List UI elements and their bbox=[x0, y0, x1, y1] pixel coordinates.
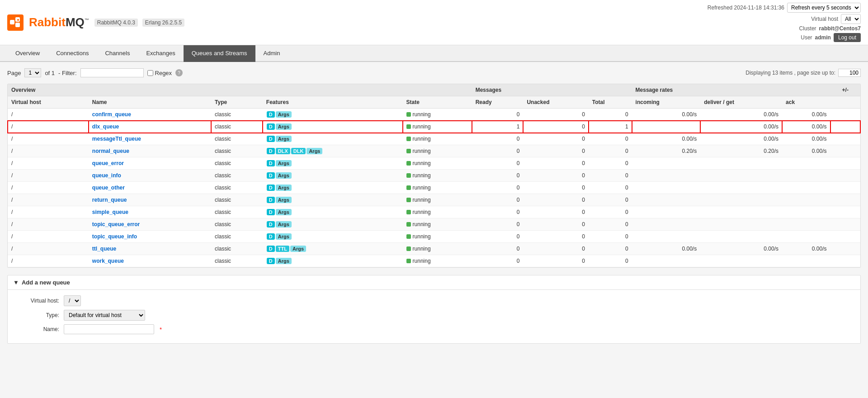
feature-badge-dlk: DLK bbox=[291, 148, 306, 154]
queues-table-container: Overview Messages Message rates +/- Virt… bbox=[7, 84, 861, 268]
cell-deliver-get bbox=[700, 182, 782, 194]
name-form-label: Name: bbox=[14, 326, 59, 332]
table-row[interactable]: /topic_queue_infoclassicDArgsrunning000 bbox=[8, 231, 860, 243]
cell-incoming: 0.00/s bbox=[632, 243, 701, 255]
cell-total: 0 bbox=[589, 145, 632, 157]
cell-name[interactable]: return_queue bbox=[89, 194, 211, 206]
nav-admin[interactable]: Admin bbox=[255, 45, 288, 62]
cell-incoming bbox=[632, 121, 701, 133]
cell-type: classic bbox=[211, 145, 263, 157]
cell-name[interactable]: dlx_queue bbox=[89, 121, 211, 133]
cell-name[interactable]: normal_queue bbox=[89, 145, 211, 157]
logo-area: RabbitMQ™ RabbitMQ 4.0.3 Erlang 26.2.5.5 bbox=[7, 14, 184, 31]
display-count: Displaying 13 items , page size up to: bbox=[745, 70, 835, 76]
table-row[interactable]: /return_queueclassicDArgsrunning000 bbox=[8, 194, 860, 206]
nav-queues-streams[interactable]: Queues and Streams bbox=[184, 45, 255, 62]
cell-name[interactable]: ttl_queue bbox=[89, 243, 211, 255]
cell-vhost: / bbox=[8, 170, 89, 182]
cell-state: running bbox=[403, 255, 472, 267]
rabbitmq-logo-icon bbox=[7, 14, 24, 31]
page-size-input[interactable]: 100 bbox=[838, 69, 861, 77]
vhost-form-select[interactable]: / bbox=[64, 295, 81, 306]
cell-features: DArgs bbox=[263, 194, 403, 206]
cell-name[interactable]: queue_error bbox=[89, 157, 211, 170]
cell-ack: 0.00/s bbox=[782, 145, 830, 157]
cell-deliver-get bbox=[700, 206, 782, 218]
plus-minus-btn[interactable]: +/- bbox=[830, 84, 860, 96]
table-row[interactable]: /messageTtl_queueclassicDArgsrunning0000… bbox=[8, 133, 860, 145]
cell-name[interactable]: confirm_queue bbox=[89, 109, 211, 121]
vhost-select[interactable]: All bbox=[841, 14, 861, 24]
table-row[interactable]: /ttl_queueclassicDTTLArgsrunning0000.00/… bbox=[8, 243, 860, 255]
table-row[interactable]: /dlx_queueclassicDArgsrunning1010.00/s0.… bbox=[8, 121, 860, 133]
cell-state: running bbox=[403, 206, 472, 218]
cell-deliver-get bbox=[700, 157, 782, 170]
cell-ready: 1 bbox=[472, 121, 524, 133]
cell-state: running bbox=[403, 194, 472, 206]
cell-vhost: / bbox=[8, 109, 89, 121]
cell-ready: 0 bbox=[472, 182, 524, 194]
help-badge[interactable]: ? bbox=[175, 69, 183, 76]
filter-input[interactable] bbox=[80, 68, 144, 77]
regex-checkbox[interactable] bbox=[147, 70, 153, 76]
cell-name[interactable]: work_queue bbox=[89, 255, 211, 267]
table-row[interactable]: /work_queueclassicDArgsrunning000 bbox=[8, 255, 860, 267]
refresh-select[interactable]: Refresh every 5 seconds bbox=[787, 3, 861, 13]
cell-type: classic bbox=[211, 182, 263, 194]
table-row[interactable]: /simple_queueclassicDArgsrunning000 bbox=[8, 206, 860, 218]
state-dot bbox=[406, 161, 411, 166]
add-queue-header[interactable]: ▼ Add a new queue bbox=[8, 275, 860, 290]
cell-vhost: / bbox=[8, 182, 89, 194]
cell-state: running bbox=[403, 243, 472, 255]
cell-unacked: 0 bbox=[523, 182, 588, 194]
nav-exchanges[interactable]: Exchanges bbox=[138, 45, 183, 62]
cell-incoming bbox=[632, 218, 701, 231]
col-total: Total bbox=[589, 96, 632, 109]
type-form-select[interactable]: Default for virtual host bbox=[64, 310, 145, 321]
nav-overview[interactable]: Overview bbox=[7, 45, 48, 62]
cell-ready: 0 bbox=[472, 109, 524, 121]
cell-ack: 0.00/s bbox=[782, 121, 830, 133]
table-row[interactable]: /queue_errorclassicDArgsrunning000 bbox=[8, 157, 860, 170]
state-dot bbox=[406, 246, 411, 251]
feature-badge-d: D bbox=[267, 148, 275, 154]
table-row[interactable]: /normal_queueclassicDDLXDLKArgsrunning00… bbox=[8, 145, 860, 157]
cell-unacked: 0 bbox=[523, 170, 588, 182]
cell-unacked: 0 bbox=[523, 109, 588, 121]
table-row[interactable]: /topic_queue_errorclassicDArgsrunning000 bbox=[8, 218, 860, 231]
feature-badge-args: Args bbox=[276, 136, 292, 142]
top-bar: RabbitMQ™ RabbitMQ 4.0.3 Erlang 26.2.5.5… bbox=[0, 0, 868, 45]
cell-incoming: 0.20/s bbox=[632, 145, 701, 157]
nav-channels[interactable]: Channels bbox=[97, 45, 138, 62]
state-dot bbox=[406, 149, 411, 153]
vhost-form-label: Virtual host: bbox=[14, 298, 59, 304]
overview-group-header: Overview bbox=[8, 84, 472, 96]
cell-ready: 0 bbox=[472, 170, 524, 182]
table-row[interactable]: /confirm_queueclassicDArgsrunning0000.00… bbox=[8, 109, 860, 121]
feature-badge-args: Args bbox=[307, 148, 322, 154]
feature-badge-args: Args bbox=[276, 233, 292, 240]
cell-name[interactable]: simple_queue bbox=[89, 206, 211, 218]
cell-name[interactable]: queue_other bbox=[89, 182, 211, 194]
table-row[interactable]: /queue_otherclassicDArgsrunning000 bbox=[8, 182, 860, 194]
page-select[interactable]: 1 bbox=[24, 68, 41, 77]
cell-vhost: / bbox=[8, 206, 89, 218]
nav-connections[interactable]: Connections bbox=[48, 45, 97, 62]
logout-button[interactable]: Log out bbox=[834, 33, 861, 42]
cell-ack bbox=[782, 170, 830, 182]
cell-name[interactable]: topic_queue_error bbox=[89, 218, 211, 231]
cell-ack bbox=[782, 157, 830, 170]
vhost-row: Virtual host All bbox=[811, 14, 861, 24]
cell-total: 0 bbox=[589, 243, 632, 255]
name-form-input[interactable] bbox=[64, 324, 154, 334]
filter-label: - Filter: bbox=[58, 70, 76, 76]
cell-vhost: / bbox=[8, 145, 89, 157]
cell-name[interactable]: messageTtl_queue bbox=[89, 133, 211, 145]
type-form-row: Type: Default for virtual host bbox=[14, 310, 854, 321]
cell-name[interactable]: queue_info bbox=[89, 170, 211, 182]
cell-name[interactable]: topic_queue_info bbox=[89, 231, 211, 243]
cell-state: running bbox=[403, 231, 472, 243]
top-right: Refreshed 2024-11-18 14:31:36 Refresh ev… bbox=[708, 3, 861, 42]
col-deliver-get: deliver / get bbox=[700, 96, 782, 109]
table-row[interactable]: /queue_infoclassicDArgsrunning000 bbox=[8, 170, 860, 182]
